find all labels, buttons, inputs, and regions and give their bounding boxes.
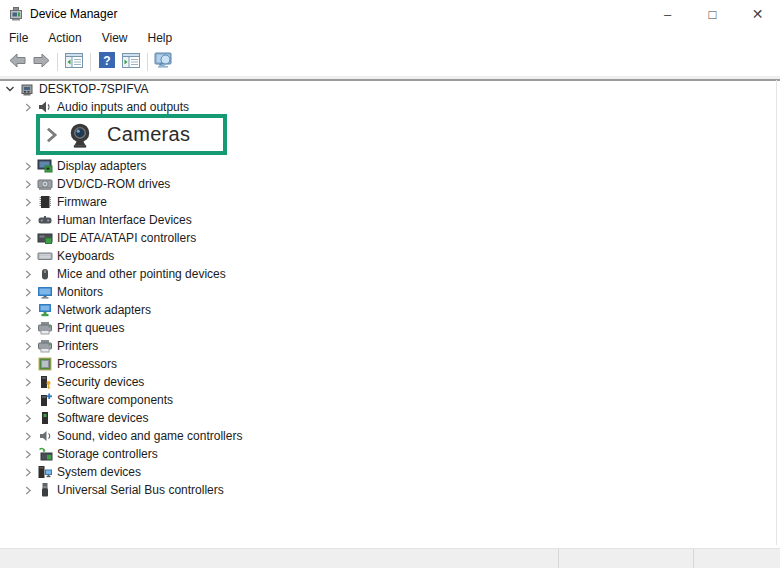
tree-item-label: IDE ATA/ATAPI controllers — [57, 231, 196, 245]
tree-item-label: Keyboards — [57, 249, 114, 263]
security-device-icon — [36, 374, 53, 390]
tree-item-monitors[interactable]: Monitors — [0, 283, 774, 301]
tree-item-dvd-cd-rom-drives[interactable]: DVD/CD-ROM drives — [0, 175, 774, 193]
back-arrow-icon — [9, 53, 26, 72]
chevron-right-icon[interactable] — [20, 234, 36, 243]
tree-item-security-devices[interactable]: Security devices — [0, 373, 774, 391]
hid-gamepad-icon — [36, 212, 53, 228]
toolbar-separator — [90, 53, 91, 71]
tree-item-universal-serial-bus-controllers[interactable]: Universal Serial Bus controllers — [0, 481, 774, 499]
toolbar: ? — [0, 48, 780, 76]
chevron-right-icon[interactable] — [20, 396, 36, 405]
storage-controller-icon — [36, 446, 53, 462]
chevron-right-icon[interactable] — [20, 198, 36, 207]
tree-item-label: System devices — [57, 465, 141, 479]
scan-hardware-button[interactable] — [153, 50, 175, 74]
chevron-right-icon[interactable] — [20, 468, 36, 477]
chevron-right-icon[interactable] — [20, 486, 36, 495]
tree-item-ide-ata-atapi-controllers[interactable]: IDE ATA/ATAPI controllers — [0, 229, 774, 247]
close-button[interactable]: ✕ — [735, 0, 780, 28]
tree-item-software-devices[interactable]: Software devices — [0, 409, 774, 427]
device-tree: DESKTOP-7SPIFVAAudio inputs and outputsC… — [0, 80, 774, 499]
menu-item-file[interactable]: File — [0, 29, 38, 47]
tree-item-cameras[interactable]: Cameras — [0, 114, 774, 155]
show-action-pane-icon — [122, 53, 140, 72]
tree-item-human-interface-devices[interactable]: Human Interface Devices — [0, 211, 774, 229]
tree-item-storage-controllers[interactable]: Storage controllers — [0, 445, 774, 463]
status-bar — [0, 548, 780, 568]
network-adapter-icon — [36, 302, 53, 318]
window-controls: –□✕ — [645, 0, 780, 28]
tree-item-software-components[interactable]: Software components — [0, 391, 774, 409]
system-device-icon — [36, 464, 53, 480]
chevron-right-icon[interactable] — [20, 216, 36, 225]
usb-controller-icon — [36, 482, 53, 498]
device-manager-app-icon — [8, 6, 24, 22]
tree-item-label: Human Interface Devices — [57, 213, 192, 227]
status-bar-segment — [558, 549, 693, 568]
tree-item-label: Cameras — [107, 123, 190, 146]
help-button[interactable]: ? — [96, 50, 118, 74]
minimize-button[interactable]: – — [645, 0, 690, 28]
help-icon: ? — [99, 52, 115, 72]
menu-item-action[interactable]: Action — [38, 29, 91, 47]
chevron-right-icon[interactable] — [20, 450, 36, 459]
show-console-tree-button[interactable] — [63, 50, 85, 74]
chevron-right-icon[interactable] — [20, 162, 36, 171]
tree-item-label: Firmware — [57, 195, 107, 209]
menu-item-help[interactable]: Help — [138, 29, 183, 47]
tree-item-desktop-7spifva[interactable]: DESKTOP-7SPIFVA — [0, 80, 774, 98]
chevron-right-icon[interactable] — [20, 324, 36, 333]
chevron-down-icon[interactable] — [2, 84, 18, 94]
chevron-right-icon[interactable] — [20, 378, 36, 387]
processor-icon — [36, 356, 53, 372]
menu-item-view[interactable]: View — [92, 29, 138, 47]
tree-item-firmware[interactable]: Firmware — [0, 193, 774, 211]
show-action-pane-button[interactable] — [120, 50, 142, 74]
tree-item-label: DVD/CD-ROM drives — [57, 177, 170, 191]
chevron-right-icon[interactable] — [40, 127, 64, 143]
maximize-icon: □ — [709, 7, 717, 22]
sound-controller-icon — [36, 428, 53, 444]
tree-item-display-adapters[interactable]: Display adapters — [0, 157, 774, 175]
tree-item-label: DESKTOP-7SPIFVA — [39, 82, 149, 96]
monitor-icon — [36, 284, 53, 300]
chevron-right-icon[interactable] — [20, 414, 36, 423]
chevron-right-icon[interactable] — [20, 306, 36, 315]
forward-arrow-button[interactable] — [30, 50, 52, 74]
tree-item-sound-video-and-game-controllers[interactable]: Sound, video and game controllers — [0, 427, 774, 445]
minimize-icon: – — [664, 7, 671, 22]
chevron-right-icon[interactable] — [20, 252, 36, 261]
chevron-right-icon[interactable] — [20, 103, 36, 112]
tree-item-network-adapters[interactable]: Network adapters — [0, 301, 774, 319]
chevron-right-icon[interactable] — [20, 180, 36, 189]
tree-item-label: Monitors — [57, 285, 103, 299]
keyboard-icon — [36, 248, 53, 264]
scan-hardware-icon — [154, 52, 174, 73]
highlight-box: Cameras — [36, 114, 227, 155]
chevron-right-icon[interactable] — [20, 342, 36, 351]
printer-icon — [36, 320, 53, 336]
tree-item-label: Print queues — [57, 321, 124, 335]
toolbar-separator — [147, 53, 148, 71]
tree-item-keyboards[interactable]: Keyboards — [0, 247, 774, 265]
tree-item-system-devices[interactable]: System devices — [0, 463, 774, 481]
maximize-button[interactable]: □ — [690, 0, 735, 28]
chevron-right-icon[interactable] — [20, 432, 36, 441]
tree-item-label: Display adapters — [57, 159, 146, 173]
window-right-edge — [776, 80, 777, 545]
back-arrow-button[interactable] — [6, 50, 28, 74]
tree-item-label: Universal Serial Bus controllers — [57, 483, 224, 497]
chevron-right-icon[interactable] — [20, 288, 36, 297]
menu-bar: FileActionViewHelp — [0, 28, 780, 48]
chevron-right-icon[interactable] — [20, 270, 36, 279]
display-adapter-icon — [36, 158, 53, 174]
close-icon: ✕ — [752, 6, 764, 22]
tree-item-print-queues[interactable]: Print queues — [0, 319, 774, 337]
title-bar: Device Manager –□✕ — [0, 0, 780, 28]
tree-item-mice-and-other-pointing-devices[interactable]: Mice and other pointing devices — [0, 265, 774, 283]
tree-item-printers[interactable]: Printers — [0, 337, 774, 355]
tree-item-label: Mice and other pointing devices — [57, 267, 226, 281]
tree-item-processors[interactable]: Processors — [0, 355, 774, 373]
chevron-right-icon[interactable] — [20, 360, 36, 369]
